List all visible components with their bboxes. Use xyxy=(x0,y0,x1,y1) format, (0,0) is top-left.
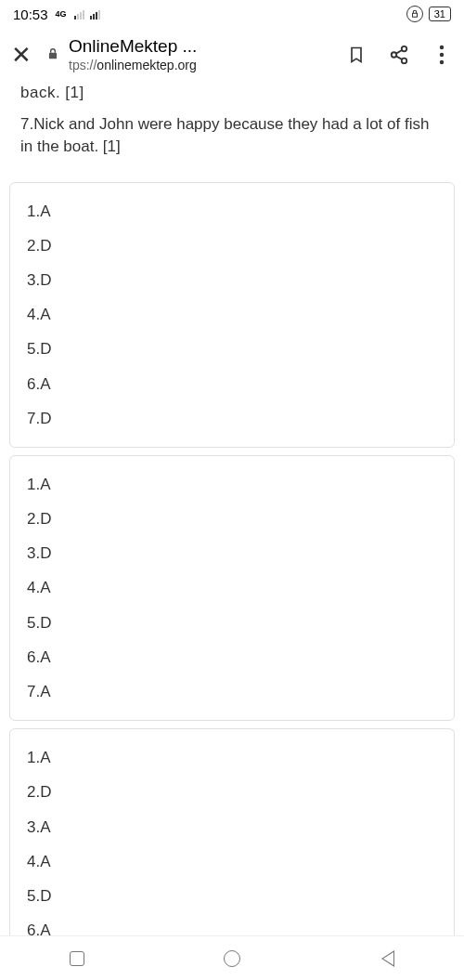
svg-rect-1 xyxy=(49,52,57,58)
answer-item: 4.A xyxy=(27,844,437,879)
answer-item: 4.A xyxy=(27,570,437,605)
svg-point-8 xyxy=(440,53,444,57)
answer-card[interactable]: 1.A 2.D 3.D 4.A 5.D 6.A 7.D xyxy=(9,182,455,448)
answer-item: 3.D xyxy=(27,263,437,297)
status-time: 10:53 xyxy=(13,7,48,22)
lock-icon xyxy=(46,46,59,64)
answer-item: 1.A xyxy=(27,467,437,502)
answer-item: 5.D xyxy=(27,606,437,640)
back-button[interactable] xyxy=(377,948,397,969)
answer-item: 7.D xyxy=(27,401,437,436)
answer-item: 1.A xyxy=(27,740,437,775)
status-left: 10:53 4G xyxy=(13,7,100,22)
browser-bar: ✕ OnlineMektep ... tps://onlinemektep.or… xyxy=(0,28,464,82)
svg-line-5 xyxy=(396,50,402,54)
page-content[interactable]: back. [1] 7.Nick and John were happy bec… xyxy=(0,82,464,935)
site-url: tps://onlinemektep.org xyxy=(69,58,197,73)
answer-item: 3.A xyxy=(27,810,437,844)
answer-item: 7.A xyxy=(27,674,437,709)
close-icon[interactable]: ✕ xyxy=(11,41,32,70)
answer-item: 6.A xyxy=(27,367,437,401)
network-4g-label: 4G xyxy=(56,9,67,19)
answer-card[interactable]: 1.A 2.D 3.D 4.A 5.D 6.A 7.A xyxy=(9,455,455,721)
answer-item: 4.A xyxy=(27,297,437,332)
answer-item: 6.A xyxy=(27,640,437,674)
signal-icon-1 xyxy=(74,8,84,20)
svg-point-7 xyxy=(440,46,444,49)
navigation-bar xyxy=(0,935,464,980)
answer-item: 5.D xyxy=(27,332,437,366)
recent-apps-button[interactable] xyxy=(67,948,87,969)
svg-point-3 xyxy=(392,52,397,58)
answer-item: 2.D xyxy=(27,229,437,263)
answer-item: 1.A xyxy=(27,194,437,229)
home-button[interactable] xyxy=(222,948,242,969)
answer-card[interactable]: 1.A 2.D 3.A 4.A 5.D 6.A xyxy=(9,728,455,935)
question-text: 7.Nick and John were happy because they … xyxy=(0,110,464,175)
battery-indicator: 31 xyxy=(429,7,451,21)
share-icon[interactable] xyxy=(388,44,410,66)
svg-point-4 xyxy=(402,59,407,63)
answer-item: 3.D xyxy=(27,536,437,570)
svg-line-6 xyxy=(396,56,402,59)
site-title: OnlineMektep ... xyxy=(69,36,197,58)
svg-rect-0 xyxy=(412,13,417,17)
signal-icon-2 xyxy=(90,8,100,20)
status-right: 31 xyxy=(406,6,451,22)
svg-point-9 xyxy=(440,60,444,64)
svg-point-2 xyxy=(402,46,407,52)
more-icon[interactable] xyxy=(431,44,453,66)
answer-item: 2.D xyxy=(27,502,437,536)
browser-actions xyxy=(345,44,453,66)
cut-text-line: back. [1] xyxy=(0,82,464,110)
answer-item: 5.D xyxy=(27,879,437,913)
status-bar: 10:53 4G 31 xyxy=(0,0,464,28)
rotation-lock-icon xyxy=(406,6,423,22)
url-text: OnlineMektep ... tps://onlinemektep.org xyxy=(69,36,197,73)
bookmark-icon[interactable] xyxy=(345,44,367,66)
url-section[interactable]: OnlineMektep ... tps://onlinemektep.org xyxy=(46,36,330,73)
answer-item: 6.A xyxy=(27,913,437,935)
answer-item: 2.D xyxy=(27,775,437,809)
